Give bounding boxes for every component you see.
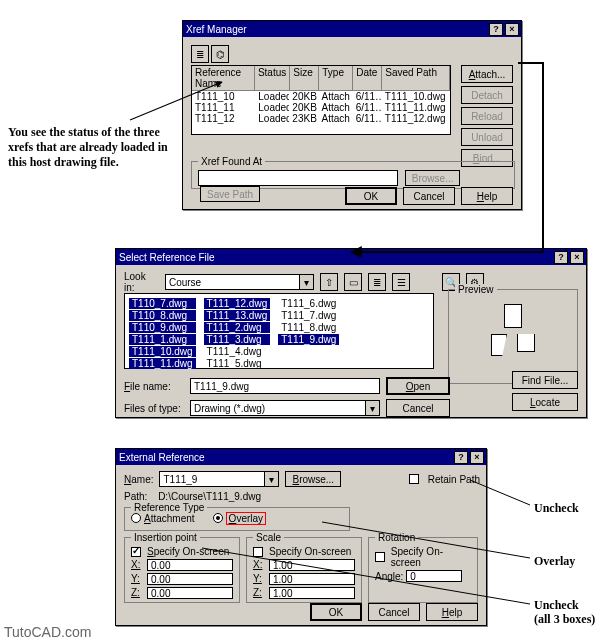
scale-specify-checkbox[interactable] xyxy=(253,547,263,557)
ins-specify-checkbox[interactable] xyxy=(131,547,141,557)
col-name[interactable]: Reference Name xyxy=(192,66,255,91)
look-in-combo[interactable]: Course ▾ xyxy=(165,274,315,290)
ins-z-field[interactable]: 0.00 xyxy=(147,587,233,599)
col-type[interactable]: Type xyxy=(319,66,353,91)
list-view-icon[interactable]: ≣ xyxy=(191,45,209,63)
browse-button[interactable]: Browse... xyxy=(285,471,341,487)
file-item[interactable]: T111_1.dwg xyxy=(129,334,196,345)
y-label: Y: xyxy=(131,573,145,585)
list-row[interactable]: T111_12 Loaded 23KB Attach 6/11… T111_12… xyxy=(192,113,450,124)
cancel-button[interactable]: Cancel xyxy=(386,399,450,417)
help-title-icon[interactable]: ? xyxy=(554,251,568,264)
up-folder-icon[interactable]: ⇧ xyxy=(320,273,338,291)
name-combo[interactable]: T111_9 ▾ xyxy=(159,471,279,487)
attach-button[interactable]: Attach... xyxy=(461,65,513,83)
xref-found-path-field[interactable] xyxy=(198,170,398,186)
name-label: Name: xyxy=(124,474,153,485)
file-item[interactable]: T111_12.dwg xyxy=(204,298,271,309)
browse-button[interactable]: Browse... xyxy=(405,170,461,186)
chevron-down-icon[interactable]: ▾ xyxy=(365,401,379,415)
xref-manager-title: Xref Manager xyxy=(186,24,247,35)
ext-ref-titlebar: External Reference ? × xyxy=(116,449,486,465)
close-icon[interactable]: × xyxy=(505,23,519,36)
col-size[interactable]: Size xyxy=(290,66,319,91)
file-item[interactable]: T111_2.dwg xyxy=(204,322,271,333)
file-list[interactable]: T110_7.dwg T110_8.dwg T110_9.dwg T111_1.… xyxy=(124,293,434,369)
detach-button[interactable]: Detach xyxy=(461,86,513,104)
file-item[interactable]: T111_4.dwg xyxy=(204,346,271,357)
close-icon[interactable]: × xyxy=(570,251,584,264)
y-label: Y: xyxy=(253,573,267,585)
file-item[interactable]: T111_9.dwg xyxy=(278,334,339,345)
find-file-button[interactable]: Find File... xyxy=(512,371,578,389)
ins-x-field[interactable]: 0.00 xyxy=(147,559,233,571)
look-in-label: Look in: xyxy=(124,271,159,293)
chevron-down-icon[interactable]: ▾ xyxy=(299,275,313,289)
col-path[interactable]: Saved Path xyxy=(382,66,450,91)
site-watermark: TutoCAD.com xyxy=(4,624,91,640)
list-icon[interactable]: ≣ xyxy=(368,273,386,291)
unload-button[interactable]: Unload xyxy=(461,128,513,146)
cancel-button[interactable]: Cancel xyxy=(403,187,455,205)
help-button[interactable]: Help xyxy=(461,187,513,205)
xref-manager-dialog: Xref Manager ? × ≣ ⌬ Reference Name Stat… xyxy=(182,20,522,210)
help-title-icon[interactable]: ? xyxy=(489,23,503,36)
details-icon[interactable]: ☰ xyxy=(392,273,410,291)
file-item[interactable]: T111_10.dwg xyxy=(129,346,196,357)
file-item[interactable]: T111_13.dwg xyxy=(204,310,271,321)
retain-path-label: Retain Path xyxy=(428,474,480,485)
ok-button[interactable]: OK xyxy=(310,603,362,621)
cancel-button[interactable]: Cancel xyxy=(368,603,420,621)
z-label: Z: xyxy=(131,587,145,599)
file-item[interactable]: T111_11.dwg xyxy=(129,358,196,369)
retain-path-checkbox[interactable] xyxy=(409,474,419,484)
files-of-type-combo[interactable]: Drawing (*.dwg) ▾ xyxy=(190,400,380,416)
file-name-label: File name: xyxy=(124,381,184,392)
list-row[interactable]: T111_11 Loaded 20KB Attach 6/11… T111_11… xyxy=(192,102,450,113)
file-item[interactable]: T110_8.dwg xyxy=(129,310,196,321)
scale-x-field[interactable]: 1.00 xyxy=(269,559,355,571)
file-item[interactable]: T111_8.dwg xyxy=(278,322,339,333)
file-item[interactable]: T110_9.dwg xyxy=(129,322,196,333)
file-item[interactable]: T111_5.dwg xyxy=(204,358,271,369)
scale-z-field[interactable]: 1.00 xyxy=(269,587,355,599)
scale-y-field[interactable]: 1.00 xyxy=(269,573,355,585)
help-button[interactable]: Help xyxy=(426,603,478,621)
open-button[interactable]: Open xyxy=(386,377,450,395)
ins-y-field[interactable]: 0.00 xyxy=(147,573,233,585)
file-item[interactable]: T111_6.dwg xyxy=(278,298,339,309)
save-path-button[interactable]: Save Path xyxy=(200,186,260,202)
insertion-point-legend: Insertion point xyxy=(131,532,200,543)
locate-button[interactable]: Locate xyxy=(512,393,578,411)
angle-field[interactable]: 0 xyxy=(406,570,462,582)
col-date[interactable]: Date xyxy=(353,66,382,91)
preview-glyph-icon xyxy=(517,334,535,352)
close-icon[interactable]: × xyxy=(470,451,484,464)
xref-list[interactable]: Reference Name Status Size Type Date Sav… xyxy=(191,65,451,135)
new-folder-icon[interactable]: ▭ xyxy=(344,273,362,291)
xref-found-at-group: Xref Found At Browse... Save Path xyxy=(191,161,515,189)
file-item[interactable]: T111_7.dwg xyxy=(278,310,339,321)
list-row[interactable]: T111_10 Loaded 20KB Attach 6/11… T111_10… xyxy=(192,91,450,102)
chevron-down-icon[interactable]: ▾ xyxy=(264,472,278,486)
file-name-field[interactable]: T111_9.dwg xyxy=(190,378,380,394)
select-ref-title: Select Reference File xyxy=(119,252,215,263)
xref-list-header: Reference Name Status Size Type Date Sav… xyxy=(192,66,450,91)
attachment-radio-row[interactable]: Attachment xyxy=(131,513,195,524)
x-label: X: xyxy=(253,559,267,571)
annot-uncheck3-l1: Uncheck xyxy=(534,598,579,613)
ok-button[interactable]: OK xyxy=(345,187,397,205)
path-label: Path: xyxy=(124,491,147,502)
overlay-radio[interactable] xyxy=(213,513,223,523)
help-title-icon[interactable]: ? xyxy=(454,451,468,464)
rot-specify-checkbox[interactable] xyxy=(375,552,385,562)
col-status[interactable]: Status xyxy=(255,66,290,91)
file-item[interactable]: T110_7.dwg xyxy=(129,298,196,309)
attachment-radio[interactable] xyxy=(131,513,141,523)
reload-button[interactable]: Reload xyxy=(461,107,513,125)
tree-view-icon[interactable]: ⌬ xyxy=(211,45,229,63)
annot-uncheck: Uncheck xyxy=(534,501,579,516)
overlay-radio-row[interactable]: Overlay xyxy=(213,512,266,525)
preview-group: Preview xyxy=(448,289,578,384)
file-item[interactable]: T111_3.dwg xyxy=(204,334,271,345)
